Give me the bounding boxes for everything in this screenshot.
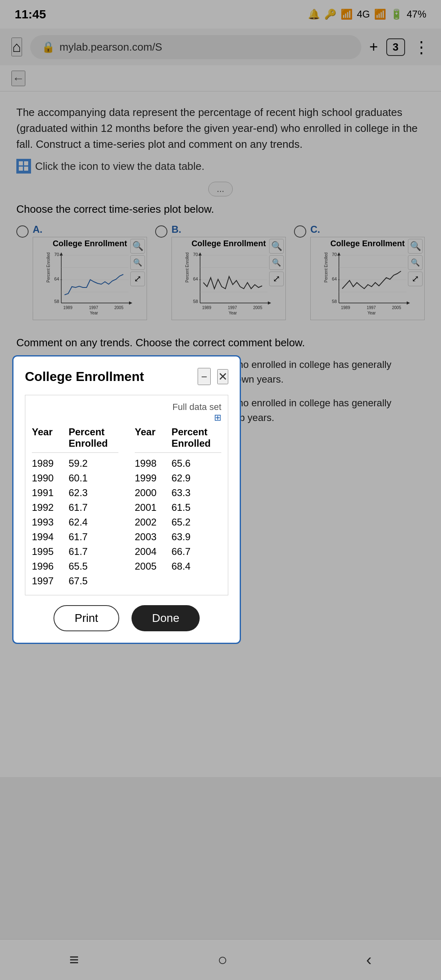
right-year-header: Year bbox=[135, 426, 159, 449]
table-row: 2005 68.4 bbox=[135, 559, 221, 574]
data-table-header-right: Year Percent Enrolled bbox=[135, 426, 221, 453]
table-row: 1992 61.7 bbox=[32, 500, 118, 515]
modal-header: College Enrollment － ✕ bbox=[25, 368, 228, 385]
modal: College Enrollment － ✕ Full data set ⊞ Y… bbox=[12, 355, 241, 644]
table-row: 1999 62.9 bbox=[135, 471, 221, 486]
table-row: 1994 61.7 bbox=[32, 530, 118, 544]
data-col-right: Year Percent Enrolled 1998 65.6 1999 62.… bbox=[135, 426, 221, 588]
table-row: 1989 59.2 bbox=[32, 456, 118, 471]
table-row: 1998 65.6 bbox=[135, 456, 221, 471]
table-row: 2000 63.3 bbox=[135, 486, 221, 500]
table-row: 1995 61.7 bbox=[32, 544, 118, 559]
table-row: 2004 66.7 bbox=[135, 544, 221, 559]
done-button[interactable]: Done bbox=[131, 605, 200, 631]
modal-minimize-button[interactable]: － bbox=[198, 368, 211, 385]
table-row: 2001 61.5 bbox=[135, 500, 221, 515]
data-table: Year Percent Enrolled 1989 59.2 1990 60.… bbox=[32, 426, 221, 588]
table-row: 2003 63.9 bbox=[135, 530, 221, 544]
left-pct-header: Percent Enrolled bbox=[69, 426, 118, 449]
table-row: 2002 65.2 bbox=[135, 515, 221, 530]
print-button[interactable]: Print bbox=[53, 605, 120, 631]
table-row: 1996 65.5 bbox=[32, 559, 118, 574]
modal-close-button[interactable]: ✕ bbox=[217, 369, 228, 384]
modal-table-container: Full data set ⊞ Year Percent Enrolled 19… bbox=[25, 395, 228, 595]
modal-title: College Enrollment bbox=[25, 369, 144, 384]
modal-footer: Print Done bbox=[25, 605, 228, 631]
table-row: 1997 67.5 bbox=[32, 574, 118, 588]
table-row: 1993 62.4 bbox=[32, 515, 118, 530]
table-row: 1990 60.1 bbox=[32, 471, 118, 486]
full-data-icon: ⊞ bbox=[214, 412, 221, 423]
data-table-header-left: Year Percent Enrolled bbox=[32, 426, 118, 453]
left-year-header: Year bbox=[32, 426, 56, 449]
full-data-label: Full data set ⊞ bbox=[32, 402, 221, 423]
modal-window-controls: － ✕ bbox=[198, 368, 228, 385]
data-col-left: Year Percent Enrolled 1989 59.2 1990 60.… bbox=[32, 426, 118, 588]
right-pct-header: Percent Enrolled bbox=[172, 426, 221, 449]
table-row: 1991 62.3 bbox=[32, 486, 118, 500]
